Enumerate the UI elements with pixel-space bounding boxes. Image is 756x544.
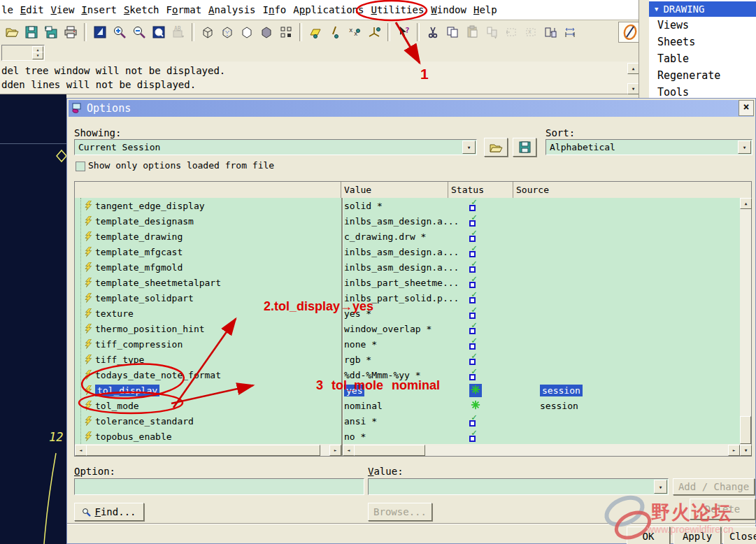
dialog-close-button[interactable]: × [739,100,754,116]
dialog-title-bar[interactable]: Options [69,100,754,117]
zoom-out-icon[interactable] [130,23,148,41]
column-header-name[interactable] [75,182,341,198]
menu-item-le[interactable]: le [1,4,13,15]
option-row-thermo_position_hint[interactable]: thermo_position_hintwindow_overlap *✓ [75,321,740,336]
panel-item-regenerate[interactable]: Regenerate [649,67,756,84]
datum-axis-icon[interactable] [326,23,344,41]
option-value-cell[interactable]: none * [341,339,448,350]
save-as-icon[interactable] [42,23,60,41]
option-row-tangent_edge_display[interactable]: tangent_edge_displaysolid *✓ [75,198,740,213]
option-row-tol_mode[interactable]: tol_modenominalsession [75,398,740,413]
sort-dropdown-arrow[interactable]: ▼ [738,141,751,154]
panel-item-table[interactable]: Table [649,50,756,67]
panel-item-sheets[interactable]: Sheets [649,34,756,50]
hidden-line-icon[interactable] [218,23,236,41]
option-value-cell[interactable]: rgb * [341,355,448,365]
print-icon[interactable] [62,23,80,41]
message-scroll-up[interactable]: ▲ [627,63,639,74]
table-scroll-down[interactable]: ▼ [740,445,752,456]
show-loaded-only-checkbox[interactable] [76,162,85,171]
option-value-cell[interactable]: inlbs_asm_design.a... [341,216,448,227]
menu-item-analysis[interactable]: Analysis [208,4,255,15]
option-value-cell[interactable]: c_drawing.drw * [341,231,448,242]
option-row-template_solidpart[interactable]: template_solidpartinlbs_part_solid.p...✓ [75,290,740,306]
menu-item-sketch[interactable]: Sketch [124,4,159,15]
option-input[interactable] [74,478,364,495]
spin-down-icon[interactable]: ▼ [32,52,43,59]
find-button[interactable]: Find... [74,503,144,521]
values-hscroll-thumb[interactable] [354,445,425,456]
context-help-icon[interactable]: ? [394,23,413,41]
names-hscrollbar[interactable]: ◄ ► [75,444,341,456]
option-value-cell[interactable]: inlbs_part_sheetme... [341,278,448,288]
table-vscroll-thumb[interactable] [740,416,751,444]
menu-item-applications[interactable]: Applications [293,4,364,15]
sort-dropdown[interactable]: Alphabetical ▼ [545,139,753,155]
option-name-cell[interactable]: tiff_compression [75,339,341,350]
repaint-icon[interactable] [91,23,109,41]
option-row-template_sheetmetalpart[interactable]: template_sheetmetalpartinlbs_part_sheetm… [75,275,740,290]
delete-button[interactable]: Delete [690,499,755,520]
option-value-cell[interactable]: inlbs_asm_design.a... [341,262,448,273]
table-scroll-up[interactable]: ▲ [740,198,752,209]
option-value-cell[interactable]: no * [341,431,448,442]
names-hscroll-thumb[interactable] [86,445,320,456]
menu-item-info[interactable]: Info [263,4,287,15]
column-header-source[interactable]: Source [513,182,740,198]
values-scroll-right[interactable]: ► [728,445,740,456]
no-hidden-icon[interactable] [238,23,256,41]
menu-item-help[interactable]: Help [473,4,497,15]
option-value-cell[interactable]: inlbs_asm_design.a... [341,247,448,257]
menu-item-utilities[interactable]: Utilities [371,4,424,15]
option-name-cell[interactable]: topobus_enable [75,431,341,442]
pane-splitter[interactable] [341,198,343,456]
option-name-cell[interactable]: todays_date_note_format [75,370,341,380]
ok-button[interactable]: OK [627,527,670,544]
table-vscrollbar[interactable]: ▲ ▼ [740,198,751,456]
datum-plane-icon[interactable] [306,23,324,41]
panel-item-views[interactable]: Views [649,17,756,34]
zoom-in-icon[interactable] [110,23,129,41]
option-row-template_mfgcast[interactable]: template_mfgcastinlbs_asm_design.a...✓ [75,244,740,259]
option-name-cell[interactable]: tol_display [75,385,341,396]
names-scroll-left[interactable]: ◄ [75,445,87,456]
fix-model-icon[interactable] [541,23,559,41]
option-row-topobus_enable[interactable]: topobus_enableno *✓ [75,429,740,444]
cut-icon[interactable] [424,23,442,41]
column-header-status[interactable]: Status [448,182,513,198]
option-name-cell[interactable]: tiff_type [75,355,341,365]
option-name-cell[interactable]: template_sheetmetalpart [75,278,341,288]
option-name-cell[interactable]: template_drawing [75,231,341,242]
menu-item-format[interactable]: Format [166,4,202,15]
option-value-cell[interactable]: window_overlap * [341,324,448,334]
option-name-cell[interactable]: template_mfgcast [75,247,341,257]
add-change-button[interactable]: Add / Change [673,478,755,495]
message-scroll-down[interactable]: ▼ [627,83,639,94]
option-row-tolerance_standard[interactable]: tolerance_standardansi *✓ [75,413,740,429]
option-value-cell[interactable]: ansi * [341,416,448,427]
option-name-cell[interactable]: tol_mode [75,401,341,411]
datum-point-icon[interactable]: xx [345,23,364,41]
shaded-icon[interactable] [257,23,276,41]
values-scroll-left[interactable]: ◄ [343,445,355,456]
showing-dropdown[interactable]: Current Session ▼ [74,139,477,155]
menu-item-edit[interactable]: Edit [20,4,44,15]
option-name-cell[interactable]: template_mfgmold [75,262,341,273]
browse-button[interactable]: Browse... [368,503,432,521]
menu-item-view[interactable]: View [51,4,75,15]
wireframe-icon[interactable] [199,23,217,41]
option-value-cell[interactable]: nominal [341,401,448,411]
option-row-template_mfgmold[interactable]: template_mfgmoldinlbs_asm_design.a...✓ [75,259,740,275]
panel-header-drawing[interactable]: ▼ DRAWING [649,1,756,17]
menu-item-window[interactable]: Window [431,4,466,15]
option-name-cell[interactable]: template_designasm [75,216,341,227]
toolbar-overflow-control[interactable]: ▲ ▼ [1,45,45,61]
value-dropdown[interactable]: ▼ [368,478,669,495]
column-header-value[interactable]: Value [341,182,448,198]
datum-csys-icon[interactable] [365,23,383,41]
copy-icon[interactable] [443,23,462,41]
save-icon[interactable] [22,23,41,41]
names-scroll-right[interactable]: ► [329,445,341,456]
option-row-tiff_compression[interactable]: tiff_compressionnone *✓ [75,336,740,352]
open-config-button[interactable] [484,138,508,157]
